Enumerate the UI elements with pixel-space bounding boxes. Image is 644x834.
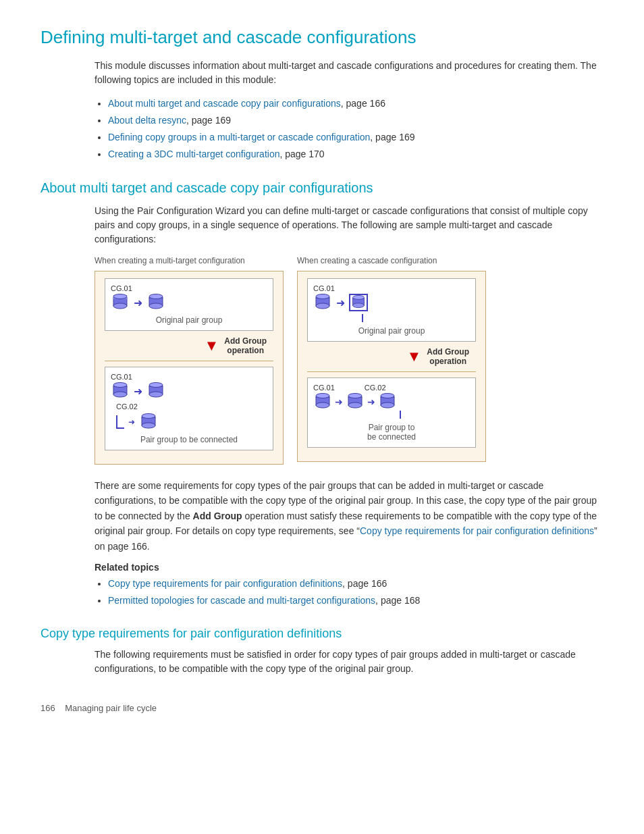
svg-point-31 (316, 402, 329, 408)
toc-link-4[interactable]: Creating a 3DC multi-target configuratio… (108, 149, 279, 159)
section2-title: Copy type requirements for pair configur… (41, 627, 603, 641)
related-item-1: Copy type requirements for pair configur… (108, 577, 603, 591)
arrow-cascade-2: ➜ (367, 396, 375, 407)
db-icon-r4 (346, 393, 365, 411)
svg-point-36 (348, 394, 362, 398)
db-icon-4 (146, 382, 165, 400)
db-icon-r1 (313, 294, 332, 311)
bottom-cg1-label-left: CG.01 (111, 373, 267, 381)
db-icon-r2 (349, 294, 368, 311)
footer-page: 166 (41, 703, 55, 713)
add-group-label-left: Add Groupoperation (224, 336, 267, 355)
section2-text: The following requirements must be satis… (95, 648, 603, 676)
db-icon-r3 (313, 393, 332, 411)
related-item-2: Permitted topologies for cascade and mul… (108, 594, 603, 608)
diagram-left-top: CG.01 ➜ (105, 278, 273, 331)
top-pair-row-left: ➜ (111, 294, 267, 311)
separator-right (307, 371, 476, 372)
toc-item-2: About delta resync, page 169 (108, 113, 603, 128)
cg02-section: CG.02 ➜ (116, 402, 267, 431)
svg-point-24 (316, 294, 329, 299)
toc-item-1: About multi target and cascade copy pair… (108, 97, 603, 111)
toc-link-3[interactable]: Defining copy groups in a multi-target o… (108, 132, 370, 142)
svg-point-16 (149, 383, 163, 388)
svg-point-39 (381, 402, 394, 408)
toc-link-2[interactable]: About delta resync (108, 115, 186, 126)
related-link-2[interactable]: Permitted topologies for cascade and mul… (108, 595, 375, 606)
top-cg-label-left: CG.01 (111, 284, 267, 292)
svg-point-4 (113, 294, 127, 299)
red-arrow-right: ▼ (407, 349, 422, 364)
diagram-left-caption: When creating a multi-target configurati… (95, 256, 284, 265)
diagram-right-top: CG.01 ➜ (307, 278, 476, 342)
diagram-multitarget: When creating a multi-target configurati… (95, 256, 284, 465)
cascade-bottom-cg-labels: CG.01 CG.02 (313, 384, 470, 393)
diagram-right-bottom: CG.01 CG.02 ➜ (307, 377, 476, 448)
diagram-left-bottom: CG.01 ➜ (105, 367, 273, 450)
svg-point-20 (142, 414, 155, 419)
db-icon-r5 (378, 393, 397, 411)
bottom-cg1-label-right: CG.01 (313, 384, 335, 392)
svg-point-23 (316, 303, 329, 309)
svg-point-35 (348, 402, 362, 408)
bottom-cg2-label-left: CG.02 (116, 402, 267, 411)
diagrams-container: When creating a multi-target configurati… (95, 256, 603, 465)
svg-point-11 (113, 392, 127, 397)
arrow-right-r1: ➜ (336, 296, 345, 309)
related-link-1[interactable]: Copy type requirements for pair configur… (108, 578, 342, 589)
toc-link-1[interactable]: About multi target and cascade copy pair… (108, 98, 341, 109)
db-icon-5 (139, 413, 158, 431)
db-icon-2 (146, 294, 165, 311)
diagram-right-box: CG.01 ➜ (297, 271, 486, 462)
add-group-right: ▼ Add Groupoperation (307, 347, 476, 366)
bottom-cg2-label-right: CG.02 (365, 384, 386, 392)
top-cg-label-right: CG.01 (313, 284, 470, 292)
diagram-left-box: CG.01 ➜ (95, 271, 284, 465)
footer-text: Managing pair life cycle (65, 703, 157, 713)
related-topics-header: Related topics (95, 562, 603, 573)
top-pair-caption-left: Original pair group (111, 315, 267, 325)
svg-point-40 (381, 394, 394, 398)
svg-point-15 (149, 392, 163, 397)
svg-point-19 (142, 423, 155, 428)
arrow-cg2-left: ➜ (128, 417, 135, 427)
section1-title: About multi target and cascade copy pair… (41, 180, 603, 196)
inline-link-1[interactable]: Copy type requirements for pair configur… (360, 525, 594, 536)
db-icon-1 (111, 294, 130, 311)
toc-item-3: Defining copy groups in a multi-target o… (108, 130, 603, 145)
diagram-right-caption: When creating a cascade configuration (297, 256, 486, 265)
red-arrow-left: ▼ (205, 338, 219, 353)
bottom-pair-caption-left: Pair group to be connected (111, 435, 267, 444)
add-group-left: ▼ Add Groupoperation (105, 336, 273, 355)
diagram-cascade: When creating a cascade configuration CG… (297, 256, 486, 465)
cascade-vline-bottom (400, 411, 401, 419)
svg-point-7 (149, 303, 163, 309)
body-paragraph-1: There are some requirements for copy typ… (95, 478, 603, 554)
cascade-vline-top (362, 314, 363, 322)
add-group-label-right: Add Groupoperation (427, 347, 469, 366)
db-icon-3 (111, 382, 130, 400)
footer: 166 Managing pair life cycle (41, 703, 603, 713)
svg-point-2 (113, 303, 127, 309)
body-bold-text: Add Group (193, 511, 242, 521)
bottom-pair-caption-right: Pair group to be connected (313, 423, 470, 442)
toc-item-4: Creating a 3DC multi-target configuratio… (108, 147, 603, 161)
svg-point-28 (353, 295, 365, 299)
related-topics-list: Copy type requirements for pair configur… (108, 577, 603, 608)
separator-left (105, 361, 273, 361)
section1-intro: Using the Pair Configuration Wizard you … (95, 204, 603, 246)
top-pair-caption-right: Original pair group (313, 326, 470, 336)
svg-point-12 (113, 383, 127, 388)
svg-point-32 (316, 394, 329, 398)
toc-list: About multi target and cascade copy pair… (108, 97, 603, 161)
arrow-cascade-1: ➜ (335, 396, 343, 407)
bottom-pair-row-left: ➜ (111, 382, 267, 400)
arrow-right-1: ➜ (134, 296, 142, 309)
sub-cg-row-left: ➜ (116, 413, 267, 431)
intro-paragraph: This module discusses information about … (95, 59, 603, 87)
svg-point-8 (149, 294, 163, 299)
top-pair-row-right: ➜ (313, 294, 470, 311)
cascade-db-row: ➜ ➜ (313, 393, 470, 411)
page-title: Defining multi-target and cascade config… (41, 27, 603, 48)
svg-point-27 (353, 303, 365, 308)
